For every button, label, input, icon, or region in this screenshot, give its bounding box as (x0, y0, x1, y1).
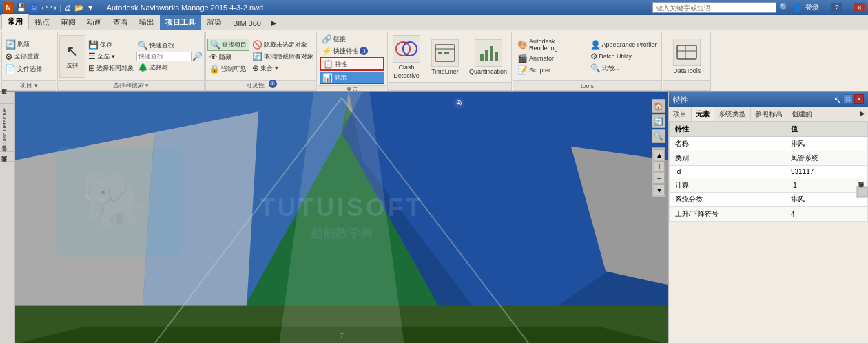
btn-quantification[interactable]: Quantification (466, 38, 510, 76)
prop-name-value: 排风 (785, 137, 867, 151)
qa-print[interactable]: 🖨 (64, 3, 72, 12)
nav-item-collections[interactable]: 集合 (0, 151, 14, 160)
require-visible-icon: 🔒 (209, 64, 220, 74)
tab-created[interactable]: 创建的 (787, 107, 816, 121)
tab-view[interactable]: 查看 (107, 15, 134, 30)
tab-bim360[interactable]: BIM 360 (227, 17, 267, 30)
tab-scroll-right[interactable]: ▶ (857, 107, 868, 121)
clash-label: Clash (398, 64, 414, 71)
btn-refresh[interactable]: 🔄 刷新 (3, 39, 46, 50)
tab-output[interactable]: 输出 (134, 15, 160, 30)
btn-reset-all[interactable]: ⚙ 全部重置... (3, 51, 46, 63)
qa-open[interactable]: 📂 (74, 3, 84, 12)
user-icon[interactable]: 👤 (792, 3, 803, 12)
sign-in-label[interactable]: 登录 (805, 3, 819, 12)
btn-select-same[interactable]: ⊞ 选择相同对象 (87, 63, 135, 74)
quick-find-input-area[interactable]: 🔎 (136, 52, 203, 61)
panel-cursor-icon: ↖ (834, 94, 842, 105)
selectall-icon: ☰ (88, 52, 96, 61)
tab-project-tools[interactable]: 项目工具 (160, 15, 201, 30)
btn-select-tree[interactable]: 🌲 选择树 (136, 62, 203, 73)
btn-quick-find[interactable]: 🔍 快速查找 (136, 40, 203, 51)
tab-system-type[interactable]: 系统类型 (714, 107, 751, 121)
nav-item-clash[interactable]: Clash Detective (0, 103, 14, 151)
col-header-property: 特性 (670, 122, 785, 137)
nav-item-tools[interactable]: 测量工具 (0, 161, 14, 170)
btn-compare[interactable]: 🔍 比较... (589, 63, 659, 74)
search-input[interactable] (652, 2, 776, 13)
nav-item-project-tree[interactable]: 项目目录 (0, 94, 14, 103)
tab-viewpoint[interactable]: 视点 (29, 15, 55, 30)
viewport-3d: TUTUISOFT 趋能教学网 🐘 🏠 🔄 🔍 ▲ + − ▼ 7 ④ (15, 92, 668, 343)
tool-orbit[interactable]: 🔄 (652, 114, 665, 128)
row-rise-drop: 上升/下降符号 4 (670, 207, 868, 222)
btn-link[interactable]: 🔗 链接 (320, 34, 384, 45)
btn-appearance-profiler[interactable]: 👤 Appearance Profiler (589, 39, 659, 50)
nav-zoom-out[interactable]: − (654, 173, 665, 184)
ribbon: 🔄 刷新 ⚙ 全部重置... 📄 文件选择 项目 ▾ ↖ 选 (0, 30, 868, 92)
help-icon[interactable]: ? (831, 3, 841, 12)
hide-unsel-icon: 🚫 (252, 40, 262, 50)
find-go-icon[interactable]: 🔎 (192, 52, 203, 61)
btn-properties[interactable]: 📋 特性 (320, 57, 384, 71)
prop-id-label: Id (670, 166, 785, 178)
svg-rect-6 (480, 54, 484, 61)
tab-render[interactable]: 渲染 (201, 15, 227, 30)
tab-more[interactable]: ▶ (267, 17, 280, 30)
search-icon[interactable]: 🔍 (779, 3, 789, 12)
btn-select-all[interactable]: ☰ 全选 ▾ (87, 51, 135, 62)
tab-changyon[interactable]: 常用 (1, 14, 29, 30)
btn-animator[interactable]: 🎬 Animator (516, 53, 586, 64)
qa-arrow[interactable]: ▼ (87, 3, 94, 12)
visibility-badge: ② (267, 81, 277, 91)
panel-restore-btn[interactable]: □ (843, 94, 853, 104)
btn-batch-utility[interactable]: ⚙ Batch Utility (589, 51, 659, 62)
nav-down[interactable]: ▼ (654, 184, 665, 195)
qa-save[interactable]: 💾 (17, 3, 26, 12)
side-tab-save[interactable]: 保存的视点 (857, 187, 868, 197)
btn-select-large[interactable]: ↖ 选择 (59, 35, 85, 78)
tab-element[interactable]: 元素 (692, 107, 714, 121)
tab-review[interactable]: 审阅 (55, 15, 81, 30)
tab-ref-level[interactable]: 参照标高 (751, 107, 787, 121)
btn-unhide-all[interactable]: 🔄 取消隐藏所有对象 (251, 51, 315, 62)
btn-timeliner[interactable]: TimeLiner (428, 38, 462, 76)
btn-clash-detective[interactable]: Clash Detective (389, 34, 424, 80)
window-close-btn[interactable]: × (854, 3, 865, 12)
prop-category-label: 类别 (670, 151, 785, 166)
btn-datatools[interactable]: DataTools (670, 37, 703, 76)
btn-hide-unselected[interactable]: 🚫 隐藏未选定对象 (251, 39, 315, 50)
ribbon-group-project: 🔄 刷新 ⚙ 全部重置... 📄 文件选择 项目 ▾ (1, 32, 56, 91)
btn-hide[interactable]: 👁 隐藏 (207, 52, 249, 63)
tab-project[interactable]: 项目 (669, 107, 692, 121)
btn-quick-props[interactable]: ⚡ 快捷特性 ③ (320, 45, 384, 56)
tab-animation[interactable]: 动画 (81, 15, 107, 30)
btn-collections[interactable]: ⊕ 集合 ▾ (251, 63, 315, 74)
btn-scripter[interactable]: 📝 Scripter (516, 65, 586, 76)
nav-zoom-in[interactable]: + (654, 161, 665, 172)
btn-autodesk-rendering[interactable]: 🎨 Autodesk Rendering (516, 37, 586, 52)
batch-icon: ⚙ (590, 52, 598, 61)
hide-icon: 👁 (209, 52, 218, 62)
tool-zoom[interactable]: 🔍 (652, 129, 665, 143)
save-icon: 💾 (88, 40, 99, 50)
btn-require-visible[interactable]: 🔒 强制可见 (207, 63, 249, 74)
group-label-visibility: 可见性 (246, 81, 265, 90)
btn-display[interactable]: 📊 显示 (320, 72, 384, 84)
btn-save[interactable]: 💾 保存 (87, 39, 135, 50)
qa-redo[interactable]: ↪ (50, 3, 56, 12)
group-label-tools: tools (581, 83, 594, 89)
btn-find-items[interactable]: 🔍 查找项目 (207, 39, 249, 51)
select-cursor-icon: ↖ (66, 43, 79, 61)
qa-undo[interactable]: ↩ (41, 3, 48, 12)
ribbon-group-display: 🔗 链接 ⚡ 快捷特性 ③ 📋 特性 📊 显示 (318, 32, 386, 91)
nav-up[interactable]: ▲ (654, 149, 665, 160)
right-side-tabs: 保存的视点 (856, 186, 868, 198)
panel-close-btn[interactable]: × (854, 94, 864, 104)
tool-home[interactable]: 🏠 (652, 99, 665, 113)
prop-risedrop-value: 4 (785, 207, 867, 222)
quick-find-input[interactable] (136, 52, 192, 61)
left-nav: 项目目录 Clash Detective 集合 测量工具 (0, 92, 15, 343)
page-indicator: 7 (340, 332, 344, 340)
btn-file-select[interactable]: 📄 文件选择 (3, 63, 46, 75)
